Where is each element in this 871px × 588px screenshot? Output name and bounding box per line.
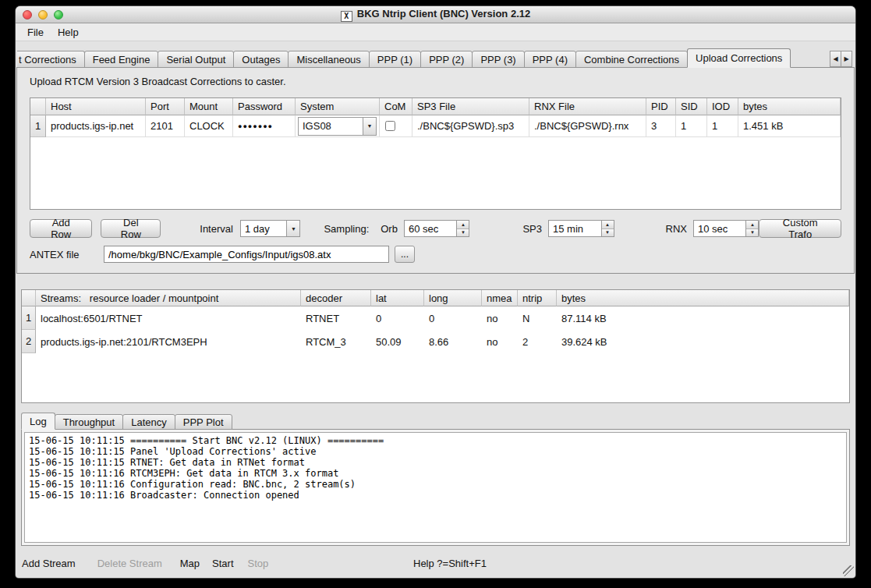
tab-combine-corrections[interactable]: Combine Corrections (575, 51, 688, 68)
tab-feed-engine[interactable]: Feed Engine (84, 51, 159, 68)
cell-rnx-file[interactable]: ./BNC${GPSWD}.rnx (529, 115, 646, 137)
cell-sp3-file[interactable]: ./BNC${GPSWD}.sp3 (412, 115, 529, 137)
interval-combobox[interactable]: 1 day ▼ (240, 220, 301, 237)
tab-scroll-left-icon[interactable]: ◀ (830, 51, 841, 67)
cell-iod[interactable]: 1 (707, 115, 738, 137)
cell-lat[interactable]: 0 (371, 306, 424, 330)
orb-spinbox[interactable]: 60 sec ▲ ▼ (404, 220, 470, 237)
cell-mountpoint[interactable]: localhost:6501/RTNET (36, 306, 301, 330)
cell-pid[interactable]: 3 (646, 115, 676, 137)
cell-ntrip[interactable]: N (518, 306, 557, 330)
tab-ppp-3[interactable]: PPP (3) (472, 51, 524, 68)
cell-host[interactable]: products.igs-ip.net (46, 115, 146, 137)
col-header-bytes[interactable]: bytes (557, 290, 849, 306)
add-row-button[interactable]: Add Row (30, 219, 92, 238)
cell-decoder[interactable]: RTNET (301, 306, 371, 330)
system-combobox-value: IGS08 (299, 118, 363, 135)
cell-mount[interactable]: CLOCK (185, 115, 233, 137)
spin-down-icon[interactable]: ▼ (602, 229, 614, 237)
tab-scroll-right-icon[interactable]: ▶ (841, 51, 852, 67)
col-header-rnx-file[interactable]: RNX File (529, 98, 646, 115)
spin-up-icon[interactable]: ▲ (746, 221, 758, 229)
cell-long[interactable]: 8.66 (424, 330, 482, 353)
system-combobox[interactable]: IGS08 ▼ (298, 117, 377, 136)
cell-bytes[interactable]: 39.624 kB (557, 330, 849, 353)
antex-row: ANTEX file ... (30, 246, 841, 263)
cell-lat[interactable]: 50.09 (371, 330, 424, 353)
col-header-pid[interactable]: PID (646, 98, 676, 115)
interval-label: Interval (200, 223, 233, 235)
sp3-spinbox[interactable]: 15 min ▲ ▼ (548, 220, 614, 237)
resize-grip[interactable] (843, 565, 854, 576)
col-header-nmea[interactable]: nmea (482, 290, 518, 306)
orb-label: Orb (381, 223, 398, 235)
cell-password[interactable]: ●●●●●●● (233, 115, 296, 137)
tab-ppp-2[interactable]: PPP (2) (420, 51, 473, 68)
add-stream-action[interactable]: Add Stream (22, 558, 76, 569)
tab-broadcast-corrections[interactable]: t Corrections (17, 51, 85, 68)
cell-decoder[interactable]: RTCM_3 (301, 330, 371, 353)
orb-value: 60 sec (405, 221, 457, 236)
row-number[interactable]: 1 (30, 115, 46, 137)
del-row-button[interactable]: Del Row (101, 219, 161, 238)
minimize-button[interactable] (38, 10, 48, 19)
tab-ppp-1[interactable]: PPP (1) (369, 51, 421, 68)
map-action[interactable]: Map (180, 558, 200, 569)
spin-down-icon[interactable]: ▼ (457, 229, 469, 237)
tab-latency[interactable]: Latency (122, 414, 175, 430)
col-header-mount[interactable]: Mount (185, 98, 233, 115)
cell-port[interactable]: 2101 (146, 115, 185, 137)
tab-outages[interactable]: Outages (233, 51, 289, 68)
stop-action[interactable]: Stop (248, 558, 269, 569)
cell-bytes[interactable]: 87.114 kB (557, 306, 849, 330)
tab-ppp-plot[interactable]: PPP Plot (175, 414, 232, 430)
cell-nmea[interactable]: no (482, 330, 518, 353)
col-header-system[interactable]: System (296, 98, 380, 115)
com-checkbox[interactable] (385, 121, 395, 131)
menu-file[interactable]: File (20, 25, 51, 40)
start-action[interactable]: Start (212, 558, 233, 569)
col-header-decoder[interactable]: decoder (301, 290, 371, 306)
row-number[interactable]: 2 (22, 330, 36, 353)
col-header-long[interactable]: long (424, 290, 482, 306)
zoom-button[interactable] (54, 10, 63, 19)
menu-help[interactable]: Help (51, 25, 86, 40)
col-header-mountpoint[interactable]: Streams: resource loader / mountpoint (36, 290, 301, 306)
col-header-bytes[interactable]: bytes (738, 98, 841, 115)
cell-ntrip[interactable]: 2 (518, 330, 557, 353)
cell-long[interactable]: 0 (424, 306, 482, 330)
spin-up-icon[interactable]: ▲ (457, 221, 469, 229)
tab-log[interactable]: Log (21, 413, 55, 430)
col-header-sid[interactable]: SID (676, 98, 707, 115)
col-header-port[interactable]: Port (146, 98, 185, 115)
delete-stream-action[interactable]: Delete Stream (97, 558, 162, 569)
col-header-iod[interactable]: IOD (707, 98, 738, 115)
tab-serial-output[interactable]: Serial Output (158, 51, 234, 68)
cell-mountpoint[interactable]: products.igs-ip.net:2101/RTCM3EPH (36, 330, 301, 353)
col-header-host[interactable]: Host (46, 98, 146, 115)
tab-upload-corrections[interactable]: Upload Corrections (687, 48, 791, 68)
rnx-spinbox[interactable]: 10 sec ▲ ▼ (693, 220, 759, 237)
spin-up-icon[interactable]: ▲ (602, 221, 614, 229)
col-header-password[interactable]: Password (233, 98, 296, 115)
tab-miscellaneous[interactable]: Miscellaneous (288, 51, 369, 68)
tab-throughput[interactable]: Throughput (55, 414, 124, 430)
col-header-sp3-file[interactable]: SP3 File (412, 98, 529, 115)
spin-down-icon[interactable]: ▼ (746, 229, 758, 237)
interval-value: 1 day (241, 221, 287, 236)
cell-sid[interactable]: 1 (676, 115, 707, 137)
col-header-ntrip[interactable]: ntrip (518, 290, 557, 306)
sampling-label: Sampling: (324, 223, 369, 235)
col-header-lat[interactable]: lat (371, 290, 424, 306)
tab-ppp-4[interactable]: PPP (4) (524, 51, 576, 68)
custom-trafo-button[interactable]: Custom Trafo (759, 219, 841, 238)
col-header-com[interactable]: CoM (380, 98, 412, 115)
help-shortcut-label: Help ?=Shift+F1 (413, 558, 487, 569)
sp3-spin-buttons: ▲ ▼ (601, 221, 614, 236)
antex-file-input[interactable] (104, 246, 389, 263)
row-number[interactable]: 1 (22, 306, 36, 330)
cell-system: IGS08 ▼ (296, 115, 380, 137)
antex-browse-button[interactable]: ... (395, 246, 415, 263)
cell-nmea[interactable]: no (482, 306, 518, 330)
close-button[interactable] (23, 10, 32, 19)
